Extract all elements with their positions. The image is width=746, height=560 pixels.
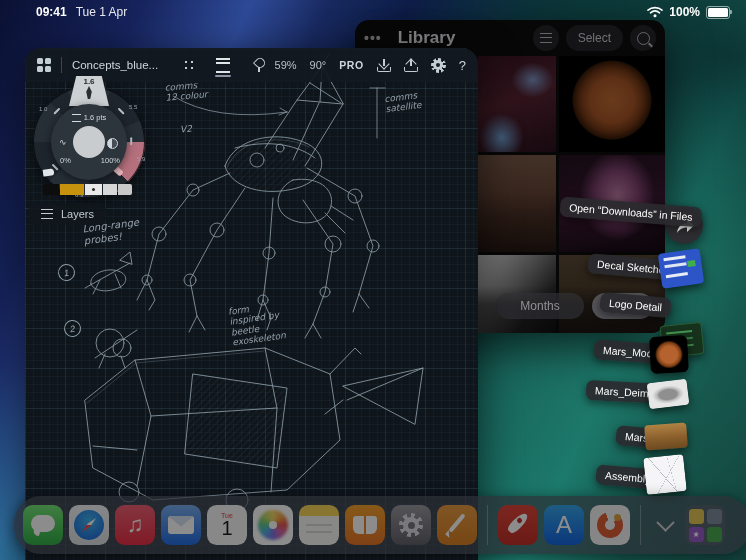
tool-wheel-center[interactable]	[73, 126, 105, 158]
dock-app-calendar[interactable]: Tue 1	[207, 505, 247, 545]
menu-lines-icon[interactable]	[216, 58, 230, 73]
dock-app-appstore[interactable]: A	[544, 505, 584, 545]
smoothing-value: 0%	[60, 156, 71, 165]
library-title: Library	[398, 28, 456, 48]
canvas-note-version: V2	[180, 124, 193, 135]
dock-app-messages[interactable]	[23, 505, 63, 545]
dock-hide-button[interactable]	[651, 505, 679, 545]
canvas-note-satellite: comms satellite	[384, 90, 422, 115]
app-library-mini-green	[707, 527, 722, 542]
chevron-down-icon	[656, 513, 674, 531]
battery-percent: 100%	[669, 5, 700, 19]
dock-app-settings[interactable]	[391, 505, 431, 545]
calendar-day: 1	[221, 518, 232, 538]
canvas-note-beetle: form inspired by beetle exoskeleton	[227, 299, 286, 347]
status-date: Tue 1 Apr	[76, 5, 128, 19]
app-library-mini-star: ★	[689, 527, 704, 542]
drag-thumb-mars-deimos[interactable]	[647, 379, 690, 410]
dock-app-photos[interactable]	[253, 505, 293, 545]
app-library-mini-yellow	[689, 509, 704, 524]
clock: 09:41	[36, 5, 67, 19]
help-button[interactable]: ?	[459, 58, 466, 73]
wifi-icon	[647, 6, 663, 18]
rotation-value[interactable]: 90°	[310, 59, 327, 71]
photo-mars-globe[interactable]	[559, 56, 665, 152]
dock-app-notes[interactable]	[299, 505, 339, 545]
precision-grid-icon[interactable]	[182, 58, 195, 73]
swatch-gold[interactable]	[60, 184, 84, 195]
search-button[interactable]	[630, 25, 656, 51]
view-options-button[interactable]	[533, 25, 559, 51]
window-options-icon[interactable]: •••	[364, 30, 382, 46]
active-tool-size: 1.6	[83, 77, 94, 86]
color-palette-bar[interactable]	[43, 184, 132, 195]
import-icon[interactable]	[377, 59, 391, 72]
list-lines-icon	[540, 33, 552, 43]
pen-mode-icon[interactable]	[252, 58, 265, 72]
music-note-icon: ♫	[127, 512, 144, 538]
search-icon	[637, 32, 650, 45]
photo-mars-hills[interactable]	[478, 155, 556, 252]
dock-divider-2	[640, 505, 641, 545]
appstore-a-icon: A	[556, 511, 572, 539]
drag-thumb-mars[interactable]	[644, 423, 688, 451]
zoom-level[interactable]: 59%	[275, 59, 297, 71]
layers-button[interactable]: Layers	[29, 203, 106, 225]
dock-app-sketch-pen[interactable]	[437, 505, 477, 545]
app-library-mini-camera	[707, 509, 722, 524]
layers-icon	[41, 209, 53, 219]
drag-thumb-assembly[interactable]	[643, 454, 687, 495]
dock-app-library[interactable]: ★	[685, 505, 725, 545]
gear-icon	[399, 513, 423, 537]
tool-airbrush-icon[interactable]	[130, 137, 132, 145]
stroke-width-icon	[72, 114, 81, 122]
dock-app-concepts[interactable]	[590, 505, 630, 545]
photo-red-nebula[interactable]	[478, 56, 556, 152]
projects-grid-icon[interactable]	[37, 58, 51, 72]
battery-icon	[706, 6, 730, 19]
tool-wheel[interactable]: 1.0 5.5 5.9 14.5 6.9 1.6 1.6 pts ∿ 0% 10…	[31, 84, 147, 200]
ipad-screen: 09:41 Tue 1 Apr 100% ••• Library Select	[0, 0, 746, 560]
document-title[interactable]: Concepts_blue...	[72, 59, 158, 71]
swatch-light-3[interactable]	[118, 184, 132, 195]
stroke-width-value: 1.6 pts	[84, 113, 107, 122]
dock-app-mail[interactable]	[161, 505, 201, 545]
ring-size-right: 5.5	[129, 104, 137, 110]
smoothing-icon: ∿	[59, 137, 71, 147]
export-icon[interactable]	[404, 59, 418, 72]
swatch-black[interactable]	[43, 184, 59, 195]
layers-label: Layers	[61, 208, 94, 220]
settings-gear-icon[interactable]	[431, 58, 446, 73]
canvas-note-colour: comms 12 colour	[164, 79, 208, 103]
opacity-value: 100%	[101, 156, 120, 165]
segment-months[interactable]: Months	[496, 293, 583, 319]
swatch-light-2[interactable]	[103, 184, 117, 195]
ring-size-lower-right: 5.9	[137, 156, 145, 162]
dock-app-safari[interactable]	[69, 505, 109, 545]
drag-thumb-decal-sketches[interactable]	[658, 248, 704, 289]
opacity-icon	[107, 138, 118, 149]
pro-badge[interactable]: PRO	[339, 59, 364, 71]
swatch-light-1[interactable]	[85, 184, 102, 195]
dock-app-rocket[interactable]	[498, 505, 538, 545]
active-brush-icon	[84, 86, 94, 99]
status-bar: 09:41 Tue 1 Apr 100%	[0, 0, 746, 24]
drag-thumb-mars-model[interactable]	[649, 335, 689, 374]
select-button[interactable]: Select	[566, 25, 623, 51]
dock: ♫ Tue 1 A ★	[14, 496, 746, 554]
dock-divider	[487, 505, 488, 545]
dock-app-books[interactable]	[345, 505, 385, 545]
ring-size-left: 1.0	[39, 106, 47, 112]
dock-app-music[interactable]: ♫	[115, 505, 155, 545]
concepts-window: comms 12 colour comms satellite V2 Long-…	[25, 48, 478, 560]
